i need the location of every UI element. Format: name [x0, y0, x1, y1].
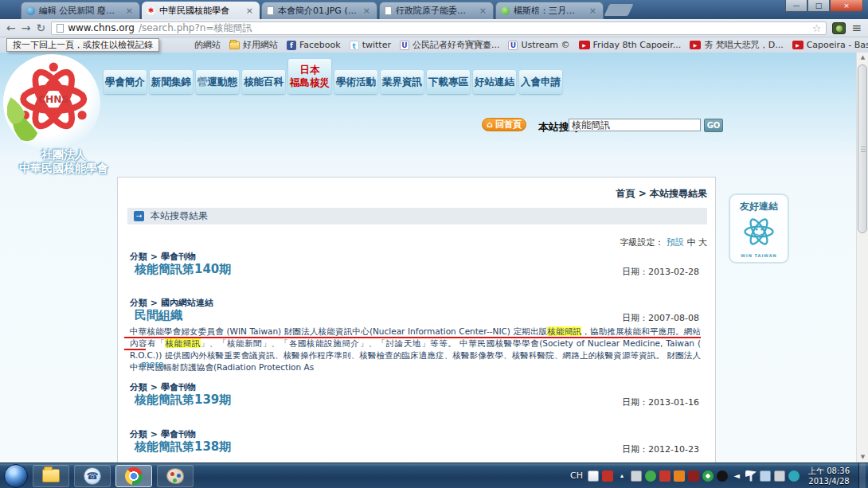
result-title-link[interactable]: 核能簡訊第139期 [135, 392, 231, 408]
printer-icon[interactable] [631, 470, 642, 482]
show-desktop-button[interactable] [858, 463, 866, 488]
bookmark-item[interactable]: ▶ Capoeira - Basic D... [792, 40, 868, 50]
nav-item-downloads[interactable]: 下載專區 [427, 70, 470, 94]
browser-tab-active[interactable]: ✱ 中華民國核能學會 × [142, 2, 260, 19]
nav-item-about[interactable]: 學會簡介 [104, 70, 147, 94]
site-search-input[interactable] [569, 119, 701, 131]
results-section-bar: → 本站搜尋結果 [127, 208, 707, 224]
result-title-link[interactable]: 核能簡訊第140期 [135, 262, 231, 277]
browser-tab-5[interactable]: 楊斯棓：三月九日，知識 × [495, 2, 604, 19]
nav-item-fukushima[interactable]: 日本 福島核災 [288, 59, 331, 94]
friendly-links-badge[interactable]: 友好連結 WIN TAIWAN [729, 193, 789, 264]
security-icon[interactable] [688, 470, 699, 482]
nav-item-encyclopedia[interactable]: 核能百科 [242, 70, 285, 94]
network-share-icon[interactable] [760, 470, 771, 482]
volume-icon[interactable]: ◄ [731, 470, 742, 482]
hidden-icons-arrow[interactable]: ▴ [616, 470, 628, 482]
result-title-link[interactable]: 民間組織 [135, 308, 182, 323]
red-underline-annotation [124, 337, 701, 338]
font-size-medium-link[interactable]: 中 [687, 237, 696, 248]
chrome-icon [125, 467, 143, 485]
taskbar-paint-button[interactable] [157, 465, 194, 487]
bookmark-item[interactable]: ▶ 夯 梵唱大悲咒，D... [690, 39, 783, 51]
pdf-icon[interactable] [659, 470, 671, 482]
bookmark-item[interactable]: U Ustream © [508, 40, 569, 50]
browser-tab-1[interactable]: 編輯 公民新聞 廢核 德國 × [21, 2, 140, 19]
bookmark-label: Ustream © [521, 40, 569, 50]
bookmark-item[interactable]: t twitter [350, 40, 391, 50]
taskbar-clock[interactable]: 上午 08:36 2013/4/28 [803, 466, 855, 486]
atom-logo-icon: CHNS [7, 58, 96, 147]
scroll-up-icon[interactable]: ▲ [857, 53, 868, 63]
display-icon[interactable] [774, 470, 785, 482]
result-category: 分類 > 國內網站連結 [130, 297, 213, 309]
back-icon[interactable]: ← [6, 22, 16, 33]
browser-tab-3[interactable]: 本會簡介01.JPG (912×68 × [261, 2, 377, 19]
page-icon [57, 24, 64, 33]
browser-tab-4[interactable]: 行政院原子能委員會全球 × [379, 2, 494, 19]
menu-icon[interactable]: ≡ [851, 22, 862, 34]
nav-item-industry[interactable]: 業界資訊 [381, 70, 424, 94]
tab-close-icon[interactable]: × [244, 6, 255, 16]
ime-icon[interactable] [588, 470, 599, 482]
nav-item-links[interactable]: 好站連結 [473, 70, 516, 94]
tab-title: 楊斯棓：三月九日，知識 [514, 5, 584, 17]
taskbar-chrome-button[interactable] [115, 465, 152, 487]
tab-close-icon[interactable]: × [362, 6, 372, 16]
dictionary-icon[interactable] [602, 470, 613, 482]
close-button[interactable]: × [830, 0, 863, 12]
explorer-icon [42, 469, 60, 482]
url-host: www.chns.org [68, 22, 135, 33]
maximize-button[interactable]: □ [807, 0, 830, 12]
scrollbar-grip [861, 149, 866, 150]
chns-favicon: ✱ [147, 6, 155, 15]
tab-close-icon[interactable]: × [588, 6, 598, 16]
font-size-default-link[interactable]: 預設 [667, 237, 684, 248]
font-size-large-link[interactable]: 大 [698, 237, 707, 248]
browser-toolbar: ← → ↻ www.chns.org /search.php?n=核能簡訊 ☆ … [0, 19, 868, 37]
scroll-down-icon[interactable]: ▼ [857, 452, 868, 463]
extension-icon[interactable] [832, 22, 846, 34]
nav-item-operations[interactable]: 營運動態 [196, 70, 239, 94]
antivirus-icon[interactable] [645, 470, 656, 482]
bookmark-item[interactable]: 好用網站 [229, 39, 278, 51]
start-button[interactable] [4, 464, 28, 488]
update-icon[interactable] [702, 470, 714, 482]
minimize-button[interactable]: — [785, 0, 807, 12]
office-icon[interactable] [674, 470, 685, 482]
language-indicator[interactable]: CH [570, 470, 583, 481]
bookmark-label: 公民記者好奇寶寶臺... [412, 39, 500, 51]
main-nav: 學會簡介 新聞集錦 營運動態 核能百科 日本 福島核災 學術活動 業界資訊 下載… [104, 57, 562, 94]
more-link[interactable]: ....more [130, 359, 163, 369]
taskbar-phone-app-button[interactable]: ☎ [74, 465, 111, 487]
bluetooth-icon[interactable] [788, 470, 800, 482]
breadcrumb[interactable]: 首頁 > 本站搜尋結果 [616, 187, 707, 201]
bookmark-item[interactable]: 的網站 [194, 39, 221, 51]
result-title-link[interactable]: 核能簡訊第138期 [135, 439, 231, 455]
scrollbar-thumb[interactable] [858, 64, 867, 233]
youtube-icon: ▶ [579, 41, 590, 49]
new-tab-button[interactable] [604, 4, 634, 16]
nav-item-join[interactable]: 入會申請 [519, 70, 562, 94]
back-button-tooltip: 按一下回上一頁，或按住以檢視記錄 [6, 38, 159, 52]
bookmark-item[interactable]: ▶ Friday 8th Capoeir... [579, 40, 682, 50]
page-scrollbar[interactable]: ▲ ▼ [856, 53, 868, 463]
tab-close-icon[interactable]: × [124, 6, 135, 16]
bookmark-item[interactable]: U 公民記者好奇寶寶臺... [400, 39, 500, 51]
nav-item-news[interactable]: 新聞集錦 [150, 70, 193, 94]
site-logo[interactable]: CHNS [3, 54, 102, 153]
result-category: 分類 > 學會刊物 [130, 381, 196, 393]
tab-close-icon[interactable]: × [478, 6, 488, 16]
nav-item-academic[interactable]: 學術活動 [334, 70, 377, 94]
bookmark-star-icon[interactable]: ☆ [812, 22, 822, 34]
forward-icon[interactable]: → [22, 22, 31, 33]
address-bar[interactable]: www.chns.org /search.php?n=核能簡訊 ☆ [51, 21, 827, 35]
bookmark-label: Capoeira - Basic D... [807, 40, 868, 50]
taskbar-explorer-button[interactable] [33, 465, 69, 487]
home-button[interactable]: ⌂ 回首頁 [482, 118, 526, 131]
action-center-flag-icon[interactable] [745, 470, 757, 482]
messenger-icon[interactable] [717, 470, 728, 482]
go-button[interactable]: GO [704, 119, 723, 132]
bookmark-item[interactable]: f Facebook [287, 40, 341, 50]
reload-icon[interactable]: ↻ [36, 22, 45, 33]
